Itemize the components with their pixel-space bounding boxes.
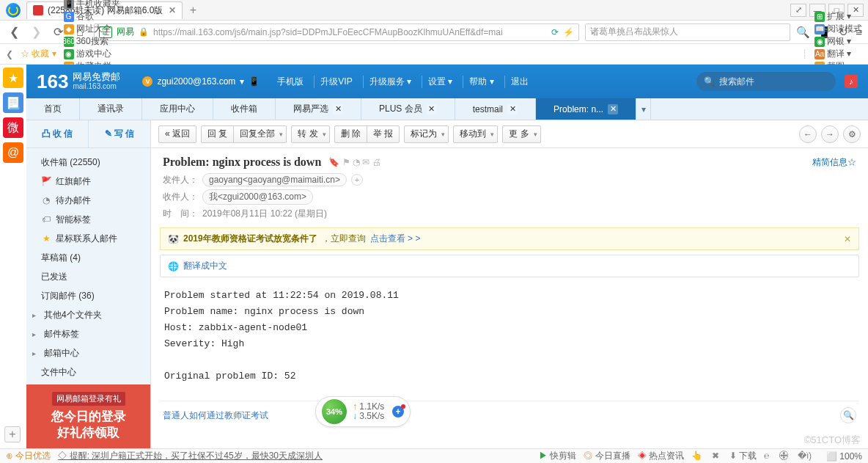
forward-button[interactable]: 转 发▾: [291, 125, 329, 143]
gear-icon[interactable]: ⚙: [843, 125, 861, 143]
more-button[interactable]: 更 多▾: [502, 125, 540, 143]
nav-back-button[interactable]: ❮: [6, 24, 22, 40]
add-extension-button[interactable]: +: [4, 426, 21, 442]
header-link[interactable]: 升级VIP: [314, 76, 358, 88]
header-link[interactable]: 退出: [504, 76, 534, 88]
search-icon[interactable]: 🔍: [796, 26, 810, 39]
header-link[interactable]: 手机版: [271, 76, 309, 88]
bookmark-item[interactable]: ◆网址大全: [64, 23, 120, 35]
delete-button[interactable]: 删 除: [334, 125, 367, 143]
folder-item[interactable]: 已发送: [26, 267, 150, 286]
url-box[interactable]: 证 网易 🔒 https://mail.163.com/js6/main.jsp…: [94, 23, 579, 41]
tab-close-icon[interactable]: ✕: [507, 104, 518, 114]
nav-forward-button[interactable]: ❯: [28, 24, 44, 40]
header-link[interactable]: 帮助 ▾: [463, 76, 499, 88]
bookmark-item[interactable]: 📱手机收藏夹: [64, 0, 120, 10]
subject-action-icon[interactable]: 🔖: [328, 157, 339, 167]
back-button[interactable]: « 返回: [158, 125, 196, 143]
status-item[interactable]: �וֹ): [798, 451, 812, 461]
mail-search-box[interactable]: 🔍 搜索邮件: [696, 72, 836, 91]
reply-all-button[interactable]: 回复全部▾: [233, 125, 287, 143]
window-collapse-button[interactable]: ⤢: [790, 4, 806, 17]
promo-box[interactable]: 网易邮箱登录有礼 您今日的登录 好礼待领取: [26, 384, 150, 448]
bookmark-tool[interactable]: ◉网银 ▾: [814, 35, 862, 48]
bm-left-chevron[interactable]: ❮: [6, 49, 13, 59]
mail-tab[interactable]: 收件箱: [213, 98, 276, 120]
music-icon[interactable]: ♪: [845, 75, 858, 88]
bookmark-item[interactable]: G谷歌: [64, 10, 120, 23]
folder-item[interactable]: ★星标联系人邮件: [26, 229, 150, 248]
bookmark-item[interactable]: ◉游戏中心: [64, 48, 120, 60]
new-tab-button[interactable]: +: [184, 3, 202, 18]
bookmark-tool[interactable]: Aa翻译 ▾: [814, 48, 862, 60]
ext-icon[interactable]: ★: [3, 68, 23, 88]
magnify-icon[interactable]: 🔍: [840, 407, 856, 423]
mail-tab[interactable]: 应用中心: [142, 98, 213, 120]
user-chip[interactable]: V zgui2000@163.com ▾ 📱: [142, 76, 260, 87]
folder-item[interactable]: 订阅邮件 (36): [26, 286, 150, 305]
folder-item[interactable]: 🏷智能标签: [26, 210, 150, 229]
ext-icon[interactable]: 微: [3, 117, 23, 138]
banner-close-icon[interactable]: ✕: [844, 234, 851, 244]
to-chip[interactable]: 我<zgui2000@163.com>: [202, 189, 313, 205]
status-tip[interactable]: ◇ 提醒: 深圳户籍正式开始，买了社保不过45岁，最快30天成深圳人: [58, 450, 323, 462]
status-item[interactable]: ⬇ 下载: [729, 451, 757, 461]
url-flash-icon[interactable]: ⚡: [563, 27, 574, 37]
folder-item[interactable]: 🚩红旗邮件: [26, 172, 150, 191]
subject-action-icon[interactable]: ⚑: [342, 157, 350, 167]
move-button[interactable]: 移动到▾: [453, 125, 498, 143]
tab-close-icon[interactable]: ✕: [333, 104, 343, 114]
bookmark-tool[interactable]: ⊞扩展 ▾: [814, 10, 862, 23]
subject-action-icon[interactable]: ◔: [353, 157, 360, 167]
bookmark-item[interactable]: 360360搜索: [64, 35, 120, 48]
mail-tab[interactable]: 网易严选✕: [276, 98, 361, 120]
zoom-level[interactable]: ⬜ 100%: [826, 451, 862, 462]
speed-badge[interactable]: +: [392, 406, 404, 418]
folder-item[interactable]: 收件箱 (22550): [26, 153, 150, 172]
ext-icon[interactable]: 📃: [3, 92, 23, 113]
status-item[interactable]: ℮: [764, 451, 772, 461]
subject-action-icon[interactable]: 🖨: [372, 157, 381, 167]
subject-action-icon[interactable]: ✉: [362, 157, 369, 167]
from-chip[interactable]: gaoyang<gaoyang@maimaiti.cn>: [202, 173, 347, 186]
mail-tab[interactable]: 通讯录: [80, 98, 142, 120]
reply-button[interactable]: 回 复: [201, 125, 234, 143]
header-link[interactable]: 升级服务 ▾: [363, 76, 417, 88]
bookmark-tool[interactable]: 📖阅读模式: [814, 23, 862, 35]
url-refresh-icon[interactable]: ⟳: [551, 27, 559, 37]
mail-tab[interactable]: testmail✕: [455, 98, 536, 120]
suggestion-link[interactable]: 普通人如何通过教师证考试: [163, 409, 268, 422]
compose-button[interactable]: ✎ 写 信: [89, 120, 150, 147]
folder-item[interactable]: ◔待办邮件: [26, 191, 150, 210]
tabs-dropdown[interactable]: ▾: [636, 98, 651, 120]
phone-icon[interactable]: 📱: [249, 76, 260, 87]
mail-tab[interactable]: Problem: n...✕: [536, 98, 636, 120]
status-item[interactable]: ◎ 今日直播: [584, 451, 630, 461]
status-item[interactable]: ✖: [712, 451, 721, 461]
tab-close-icon[interactable]: ✕: [608, 104, 618, 114]
browser-search-box[interactable]: 诸葛单挑吕布战果惊人: [585, 23, 790, 41]
prev-mail-button[interactable]: ←: [799, 125, 817, 143]
brief-link[interactable]: 精简信息☆: [812, 156, 856, 169]
status-item[interactable]: 🕀: [779, 451, 790, 461]
favorites-button[interactable]: ☆ 收藏 ▾: [21, 48, 56, 60]
report-button[interactable]: 举 报: [367, 125, 400, 143]
folder-item[interactable]: ▸邮箱中心: [26, 343, 150, 362]
header-link[interactable]: 设置 ▾: [422, 76, 458, 88]
receive-button[interactable]: 凸 收 信: [26, 120, 89, 147]
add-contact-icon[interactable]: +: [351, 174, 363, 186]
ext-icon[interactable]: @: [3, 142, 23, 163]
banner-link[interactable]: 点击查看 > >: [370, 233, 421, 245]
folder-item[interactable]: 草稿箱 (4): [26, 248, 150, 267]
status-item[interactable]: 👆: [691, 451, 705, 461]
status-item[interactable]: ◈ 热点资讯: [638, 451, 684, 461]
tab-close-icon[interactable]: ✕: [169, 5, 176, 15]
speed-widget[interactable]: 34% 1.1K/s 3.5K/s +: [315, 396, 411, 427]
translate-link[interactable]: 翻译成中文: [183, 260, 227, 272]
folder-item[interactable]: 文件中心: [26, 362, 150, 382]
status-opt[interactable]: ⊕ 今日优选: [6, 450, 51, 462]
folder-item[interactable]: ▸邮件标签: [26, 324, 150, 343]
next-mail-button[interactable]: →: [821, 125, 839, 143]
mail-tab[interactable]: 首页: [26, 98, 80, 120]
mail-tab[interactable]: PLUS 会员✕: [361, 98, 455, 120]
